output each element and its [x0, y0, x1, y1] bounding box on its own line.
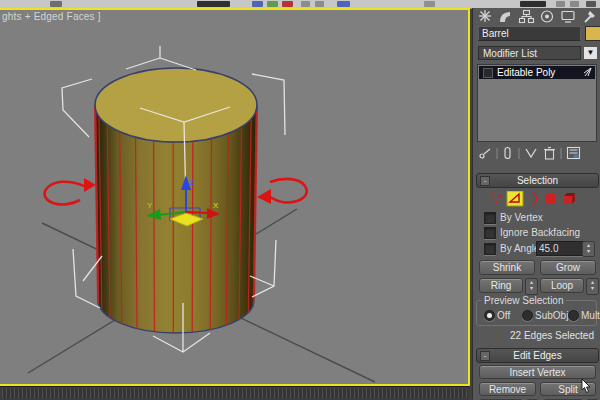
- active-viewport-border-top: [0, 8, 470, 10]
- active-viewport-border-right: [468, 8, 470, 386]
- border-mode-icon[interactable]: [531, 193, 537, 204]
- ring-spinner[interactable]: ▴▾: [525, 278, 538, 295]
- modifier-list-dropdown[interactable]: Modifier List: [478, 46, 581, 60]
- toolbar-icon-fragment[interactable]: [301, 1, 310, 7]
- command-panel: Modifier List ▼ Editable Poly: [472, 8, 600, 400]
- toolbar-icon-fragment[interactable]: [315, 1, 324, 7]
- toolbar-icon-fragment[interactable]: [570, 1, 579, 7]
- gizmo-x-label: X: [213, 201, 219, 210]
- track-bar[interactable]: [0, 386, 470, 400]
- tab-utilities-icon[interactable]: [585, 11, 595, 22]
- loop-button[interactable]: Loop: [540, 278, 584, 293]
- toolbar-icon-fragment[interactable]: [586, 1, 596, 7]
- make-unique-icon[interactable]: [526, 149, 536, 157]
- preview-multi-label: Multi: [581, 310, 600, 321]
- toolbar-icon-fragment[interactable]: [267, 1, 278, 7]
- edge-mode-icon[interactable]: [507, 191, 523, 206]
- stack-item-label: Editable Poly: [497, 67, 555, 78]
- selection-rollout-header[interactable]: - Selection: [476, 173, 599, 188]
- tab-motion-icon[interactable]: [542, 11, 553, 22]
- by-vertex-checkbox[interactable]: [484, 212, 496, 224]
- pin-stack-icon[interactable]: [480, 149, 490, 158]
- shrink-button[interactable]: Shrink: [479, 260, 535, 275]
- polygon-mode-icon[interactable]: [546, 194, 555, 203]
- by-vertex-label: By Vertex: [500, 212, 543, 223]
- edit-edges-rollout-header[interactable]: - Edit Edges: [476, 348, 599, 363]
- toolbar-icon-fragment[interactable]: [556, 1, 565, 7]
- collapse-icon[interactable]: -: [480, 176, 490, 186]
- toolbar-icon-fragment[interactable]: [282, 1, 293, 7]
- object-name-field[interactable]: [478, 26, 581, 41]
- object-color-swatch[interactable]: [585, 26, 600, 41]
- preview-selection-title: Preview Selection: [481, 295, 566, 306]
- selection-rollout-title: Selection: [517, 175, 558, 186]
- by-angle-checkbox[interactable]: [484, 243, 496, 255]
- toolbar-icon-fragment[interactable]: [424, 1, 435, 7]
- edit-edges-rollout-title: Edit Edges: [513, 350, 561, 361]
- toolbar-icon-fragment[interactable]: [337, 1, 350, 7]
- stack-item-arrow-icon: [583, 67, 593, 78]
- preview-multi-radio[interactable]: [568, 310, 579, 321]
- remove-modifier-icon[interactable]: [544, 148, 555, 160]
- loop-spinner[interactable]: ▴▾: [586, 278, 599, 295]
- gizmo-z-label: Z: [189, 178, 194, 187]
- configure-modifier-sets-icon[interactable]: [568, 148, 580, 159]
- toolbar-icon-fragment[interactable]: [520, 1, 546, 7]
- track-bar-ticks: [2, 389, 468, 398]
- collapse-icon[interactable]: -: [480, 351, 490, 361]
- angle-spinner[interactable]: ▴▾: [582, 241, 595, 257]
- modifier-list-dropdown-arrow[interactable]: ▼: [583, 46, 598, 60]
- viewport-label[interactable]: ghts + Edged Faces ]: [2, 11, 101, 22]
- perspective-viewport[interactable]: Z X Y ghts + Edged Faces ]: [0, 8, 470, 386]
- ring-button[interactable]: Ring: [479, 278, 523, 293]
- selection-status-text: 22 Edges Selected: [510, 330, 594, 341]
- cylinder-object[interactable]: [95, 68, 257, 333]
- show-end-result-icon[interactable]: [505, 148, 510, 159]
- element-mode-icon[interactable]: [564, 193, 575, 204]
- ignore-backfacing-checkbox[interactable]: [484, 227, 496, 239]
- preview-subobj-label: SubObj: [535, 310, 568, 321]
- tab-modify-icon[interactable]: [500, 12, 510, 22]
- rotate-arrow-right: [257, 179, 307, 204]
- tab-create-icon[interactable]: [479, 10, 491, 22]
- preview-off-radio[interactable]: [484, 310, 495, 321]
- gizmo-x-axis[interactable]: [186, 212, 208, 213]
- modifier-stack[interactable]: Editable Poly: [477, 64, 597, 142]
- ignore-backfacing-label: Ignore Backfacing: [500, 227, 580, 238]
- preview-off-label: Off: [497, 310, 510, 321]
- tab-display-icon[interactable]: [562, 12, 574, 23]
- preview-subobj-radio[interactable]: [522, 310, 533, 321]
- tab-hierarchy-icon[interactable]: [520, 11, 534, 23]
- rotate-arrow-left: [45, 178, 96, 204]
- toolbar-icon-fragment[interactable]: [252, 1, 263, 7]
- grow-button[interactable]: Grow: [540, 260, 596, 275]
- preview-selection-group: Preview Selection Off SubObj Multi: [476, 300, 597, 326]
- stack-item-editable-poly[interactable]: Editable Poly: [479, 66, 595, 79]
- mouse-cursor: [581, 379, 593, 394]
- stack-item-bulb-icon[interactable]: [483, 68, 493, 78]
- angle-value-field[interactable]: 45.0: [536, 241, 584, 256]
- insert-vertex-button[interactable]: Insert Vertex: [479, 365, 596, 379]
- remove-button[interactable]: Remove: [479, 382, 536, 396]
- cylinder-top-cap[interactable]: [95, 68, 257, 142]
- active-viewport-border-bottom: [0, 384, 470, 386]
- toolbar-icon-fragment[interactable]: [197, 1, 230, 7]
- toolbar-icon-fragment[interactable]: [50, 1, 62, 7]
- vertex-mode-icon[interactable]: [492, 194, 502, 204]
- gizmo-y-label: Y: [147, 201, 153, 210]
